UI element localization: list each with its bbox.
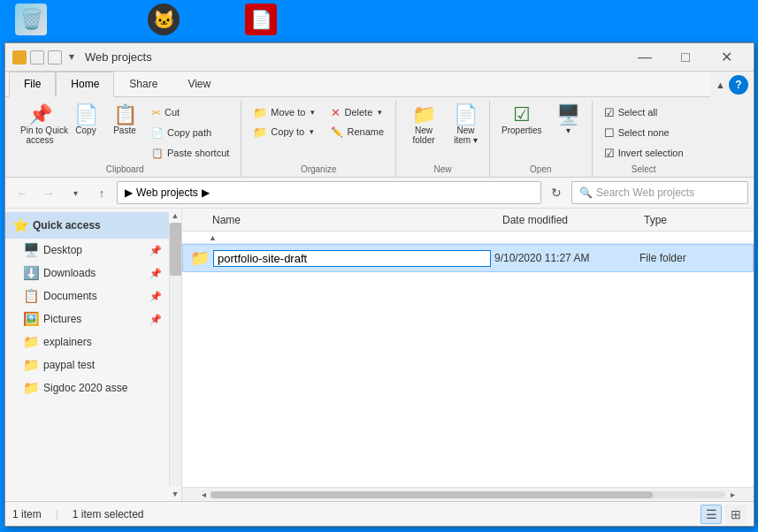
select-all-checkbox: ☑ [604,106,615,119]
desktop: 🗑️ 🐱 📄 [0,0,758,44]
select-all-button[interactable]: ☑ Select all [598,103,690,122]
select-none-checkbox: ☐ [604,126,615,140]
move-to-button[interactable]: 📁 Move to ▾ [247,103,321,122]
recycle-bin-icon: 🗑️ [15,4,47,35]
new-folder-icon: 📁 [412,105,436,125]
col-header-name[interactable]: Name [209,214,499,226]
pictures-icon: 🖼️ [23,311,40,327]
up-button[interactable]: ↑ [90,181,113,204]
organize-group: 📁 Move to ▾ 📁 Copy to ▾ ✕ [241,101,396,177]
clipboard-items: 📌 Pin to Quickaccess 📄 Copy 📋 Paste [14,103,235,163]
rename-button[interactable]: ✏️ Rename [325,122,390,141]
tab-share[interactable]: Share [114,72,172,96]
organize-items: 📁 Move to ▾ 📁 Copy to ▾ ✕ [247,103,390,163]
back-button[interactable]: ← [11,181,34,204]
sidebar-scroll-up[interactable]: ▲ [169,209,181,223]
ribbon: File Home Share View ▲ ? 📌 Pin to Quicka… [5,72,754,178]
copy-to-label: Copy to [271,126,304,137]
sidebar-scroll-down[interactable]: ▼ [169,487,181,501]
titlebar-icon-1 [12,50,27,65]
tab-file[interactable]: File [9,72,56,97]
file-item-portfolio[interactable]: 📁 9/10/2020 11:27 AM File folder [182,244,754,272]
downloads-pin-icon: 📌 [149,268,162,279]
cut-button[interactable]: ✂ Cut [145,103,235,122]
new-items: 📁 Newfolder 📄 Newitem ▾ [402,103,484,163]
pin-to-quick-access-button[interactable]: 📌 Pin to Quickaccess [14,103,65,148]
maximize-button[interactable]: □ [665,43,706,72]
path-text: Web projects [136,186,198,199]
rename-icon: ✏️ [331,126,343,138]
forward-button[interactable]: → [37,181,60,204]
properties-button[interactable]: ☑ Properties [495,103,548,138]
pin-icon: 📌 [28,105,52,125]
select-group-label: Select [598,163,690,177]
copy-path-button[interactable]: 📄 Copy path [145,123,235,142]
sidebar-item-quick-access[interactable]: ⭐ Quick access [5,212,169,239]
delete-button[interactable]: ✕ Delete ▾ [325,103,390,122]
filename-input[interactable] [213,250,491,267]
clipboard-group: 📌 Pin to Quickaccess 📄 Copy 📋 Paste [9,101,241,177]
search-placeholder: Search Web projects [596,186,694,199]
copy-to-button[interactable]: 📁 Copy to ▾ [247,122,321,141]
help-button[interactable]: ? [729,75,748,95]
documents-icon: 📋 [23,288,40,304]
ribbon-collapse-button[interactable]: ▲ [716,80,725,90]
address-path[interactable]: ▶ Web projects ▶ [117,181,541,204]
search-box[interactable]: 🔍 Search Web projects [571,181,748,204]
sidebar-scroll-thumb[interactable] [170,223,182,276]
hscroll-left-button[interactable]: ◂ [196,490,211,499]
open-group-label: Open [495,163,586,177]
clipboard-group-label: Clipboard [14,163,235,177]
sidebar-item-desktop[interactable]: 🖥️ Desktop 📌 [5,239,169,262]
sidebar-item-paypal-test[interactable]: 📁 paypal test [5,353,169,376]
ribbon-right: ▲ ? [710,75,754,95]
open-group: ☑ Properties 🖥️ ▾ Open [490,101,593,177]
sidebar-item-explainers[interactable]: 📁 explainers [5,331,169,353]
organize-group-label: Organize [247,163,390,177]
close-button[interactable]: ✕ [706,43,747,72]
desktop-icon-recycle[interactable]: 🗑️ [9,4,53,41]
copy-label: Copy [75,125,96,135]
sidebar: ▲ ▼ ⭐ Quick access 🖥️ Desktop 📌 ⬇ [5,209,182,501]
col-header-date[interactable]: Date modified [499,214,640,226]
sigdoc-folder-icon: 📁 [23,380,40,396]
hscroll-thumb[interactable] [211,491,653,498]
sidebar-item-documents[interactable]: 📋 Documents 📌 [5,285,169,308]
paste-shortcut-button[interactable]: 📋 Paste shortcut [145,143,235,163]
sidebar-item-pictures[interactable]: 🖼️ Pictures 📌 [5,308,169,331]
search-icon: 🔍 [579,186,593,199]
sidebar-item-downloads[interactable]: ⬇️ Downloads 📌 [5,262,169,285]
paste-button[interactable]: 📋 Paste [106,103,143,138]
copy-button[interactable]: 📄 Copy [67,103,104,138]
status-divider: | [56,508,58,521]
paste-icon: 📋 [113,105,137,125]
sidebar-items-container: ⭐ Quick access 🖥️ Desktop 📌 ⬇️ Downloads… [5,212,181,399]
copy-path-label: Copy path [167,127,211,138]
tab-view[interactable]: View [172,72,226,96]
minimize-button[interactable]: — [624,43,665,72]
hscroll-track [211,491,725,498]
large-icons-button[interactable]: ⊞ [725,505,747,524]
new-group: 📁 Newfolder 📄 Newitem ▾ New [396,101,490,177]
tab-home[interactable]: Home [56,72,114,97]
recent-button[interactable]: ▾ [64,181,87,204]
rename-label: Rename [347,126,384,137]
select-none-button[interactable]: ☐ Select none [598,123,690,142]
ribbon-content: 📌 Pin to Quickaccess 📄 Copy 📋 Paste [5,97,754,177]
refresh-button[interactable]: ↻ [545,181,568,204]
open-more-button[interactable]: 🖥️ ▾ [550,103,586,138]
invert-label: Invert selection [618,148,684,158]
new-item-button[interactable]: 📄 Newitem ▾ [448,103,484,148]
paste-shortcut-label: Paste shortcut [167,148,229,158]
explainers-folder-icon: 📁 [23,334,40,350]
sidebar-label-sigdoc: Sigdoc 2020 asse [43,382,162,394]
open-more-label: ▾ [566,125,570,135]
sidebar-item-sigdoc[interactable]: 📁 Sigdoc 2020 asse [5,376,169,399]
col-header-type[interactable]: Type [640,214,747,226]
details-view-button[interactable]: ☰ [701,505,722,524]
desktop-icon-github[interactable]: 🐱 [142,4,186,41]
invert-selection-button[interactable]: ☑ Invert selection [598,143,690,163]
desktop-icon-adobe[interactable]: 📄 [239,4,283,41]
hscroll-right-button[interactable]: ▸ [725,490,739,499]
new-folder-button[interactable]: 📁 Newfolder [402,103,446,148]
